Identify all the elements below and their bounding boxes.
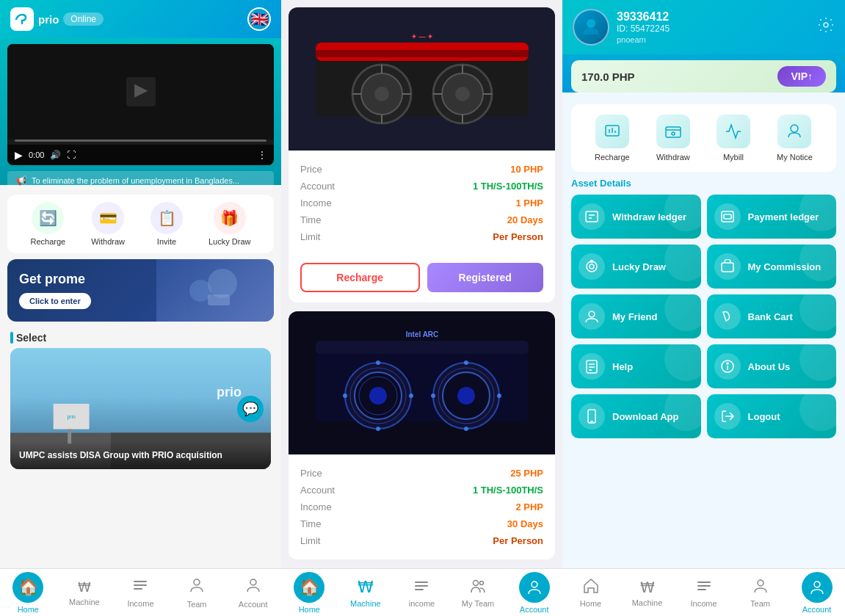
account-icon xyxy=(245,577,261,598)
withdraw-ledger-btn[interactable]: Withdraw ledger xyxy=(571,195,701,239)
account-value-1: 1 TH/S-100TH/S xyxy=(473,181,543,192)
about-us-btn[interactable]: About Us xyxy=(707,344,837,388)
bank-cart-icon xyxy=(714,303,741,330)
svg-rect-54 xyxy=(415,585,428,587)
mid-nav-home[interactable]: 🏠 Home xyxy=(281,572,338,614)
mid-nav-income[interactable]: income xyxy=(394,578,450,608)
help-btn[interactable]: Help xyxy=(571,344,701,388)
registered-button-1[interactable]: Registered xyxy=(427,263,544,292)
invite-icon: 📋 xyxy=(150,202,183,234)
svg-point-38 xyxy=(369,387,387,405)
team-nav-label: Team xyxy=(187,600,207,609)
withdraw-ledger-label: Withdraw ledger xyxy=(612,211,686,222)
recharge-menu-icon xyxy=(595,115,629,148)
left-nav-home[interactable]: 🏠 Home xyxy=(0,572,57,614)
expand-button[interactable]: ⛶ xyxy=(67,150,76,160)
payment-ledger-btn[interactable]: Payment ledger xyxy=(707,195,837,239)
right-nav-machine[interactable]: ₩ Machine xyxy=(619,579,675,607)
withdraw-label: Withdraw xyxy=(91,237,125,246)
price-label-1: Price xyxy=(300,164,322,175)
mid-nav-machine[interactable]: ₩ Machine xyxy=(338,578,394,608)
svg-point-56 xyxy=(474,580,479,585)
left-nav-account[interactable]: Account xyxy=(225,577,281,609)
mybill-menu-label: Mybill xyxy=(723,153,744,162)
volume-button[interactable]: 🔊 xyxy=(50,150,61,160)
promo-enter-button[interactable]: Click to enter xyxy=(19,293,91,309)
svg-point-13 xyxy=(194,579,200,585)
download-app-btn[interactable]: Download App xyxy=(571,394,701,438)
right-nav-account[interactable]: Account xyxy=(788,572,845,614)
logout-btn[interactable]: Logout xyxy=(707,394,837,438)
time-label-2: Time xyxy=(300,518,321,529)
menu-mybill[interactable]: Mybill xyxy=(717,115,750,162)
mid-machine-icon: ₩ xyxy=(358,578,374,597)
right-account-label: Account xyxy=(802,605,832,614)
left-nav-team[interactable]: Team xyxy=(169,577,225,609)
left-nav-income[interactable]: Income xyxy=(112,577,169,608)
right-nav-home[interactable]: Home xyxy=(562,578,619,608)
svg-text:▶: ▶ xyxy=(134,79,148,99)
my-friend-label: My Friend xyxy=(612,311,657,322)
svg-point-59 xyxy=(587,19,595,28)
marquee-icon: 📢 xyxy=(16,175,27,186)
action-recharge[interactable]: 🔄 Recharge xyxy=(30,202,65,246)
action-invite[interactable]: 📋 Invite xyxy=(150,202,183,246)
menu-my-notice[interactable]: My Notice xyxy=(777,115,813,162)
logout-icon xyxy=(714,403,741,430)
income-value-2: 2 PHP xyxy=(515,501,543,512)
price-value-2: 25 PHP xyxy=(510,468,543,479)
income-row-2: Income 2 PHP xyxy=(300,499,543,515)
right-account-icon xyxy=(802,572,833,603)
my-commission-btn[interactable]: My Commission xyxy=(707,244,837,289)
my-friend-icon xyxy=(579,303,605,330)
logout-label: Logout xyxy=(748,411,780,422)
right-income-label: Income xyxy=(690,599,717,608)
menu-withdraw[interactable]: Withdraw xyxy=(656,115,690,162)
limit-value-2: Per Person xyxy=(493,535,543,546)
more-options-button[interactable]: ⋮ xyxy=(258,150,266,160)
svg-point-43 xyxy=(457,387,475,405)
bank-cart-btn[interactable]: Bank Cart xyxy=(707,294,837,338)
user-avatar xyxy=(573,9,609,46)
right-nav-income[interactable]: Income xyxy=(675,578,732,608)
promo-title: Get prome xyxy=(19,272,91,287)
left-nav-machine[interactable]: ₩ Machine xyxy=(57,579,113,606)
account-label-2: Account xyxy=(300,485,335,496)
time-row-1: Time 20 Days xyxy=(300,211,543,228)
right-income-icon xyxy=(696,578,712,597)
withdraw-icon: 💳 xyxy=(92,202,124,234)
product-details-1: Price 10 PHP Account 1 TH/S-100TH/S Inco… xyxy=(289,151,555,256)
my-commission-icon xyxy=(714,253,741,280)
language-flag[interactable]: 🇬🇧 xyxy=(247,7,271,31)
recharge-button-1[interactable]: Recharge xyxy=(300,263,420,292)
video-progress[interactable] xyxy=(15,139,266,142)
play-button[interactable]: ▶ xyxy=(15,149,23,161)
download-app-icon xyxy=(579,403,605,430)
mybill-menu-icon xyxy=(717,115,750,148)
my-notice-menu-label: My Notice xyxy=(777,153,813,162)
chat-bubble[interactable]: 💬 xyxy=(237,396,264,422)
mid-nav-myteam[interactable]: My Team xyxy=(450,578,507,608)
account-row-2: Account 1 TH/S-100TH/S xyxy=(300,482,543,499)
team-icon xyxy=(189,577,205,598)
mid-machine-label: Machine xyxy=(350,599,381,608)
mid-myteam-label: My Team xyxy=(462,599,494,608)
vip-badge[interactable]: VIP↑ xyxy=(777,66,826,87)
action-lucky-draw[interactable]: 🎁 Lucky Draw xyxy=(208,202,250,246)
svg-point-48 xyxy=(409,394,413,398)
my-friend-btn[interactable]: My Friend xyxy=(571,294,701,338)
time-display: 0:00 xyxy=(29,151,44,159)
recharge-menu-label: Recharge xyxy=(595,153,630,162)
settings-button[interactable] xyxy=(817,16,835,38)
balance-amount: 170.0 PHP xyxy=(581,70,635,83)
mid-nav-account[interactable]: Account xyxy=(506,572,562,614)
lucky-draw-btn-icon xyxy=(579,253,605,280)
video-player[interactable]: ▶ ▶ 0:00 🔊 ⛶ ⋮ xyxy=(7,44,274,165)
menu-recharge[interactable]: Recharge xyxy=(595,115,630,162)
left-header: prio Online 🇬🇧 xyxy=(0,0,281,38)
promo-text: Get prome Click to enter xyxy=(19,272,91,309)
right-nav-team[interactable]: Team xyxy=(732,578,788,608)
lucky-draw-btn[interactable]: Lucky Draw xyxy=(571,244,701,289)
action-withdraw[interactable]: 💳 Withdraw xyxy=(91,202,125,246)
select-card[interactable]: prio prio 💬 UMPC assists DISA Group with… xyxy=(10,348,271,469)
